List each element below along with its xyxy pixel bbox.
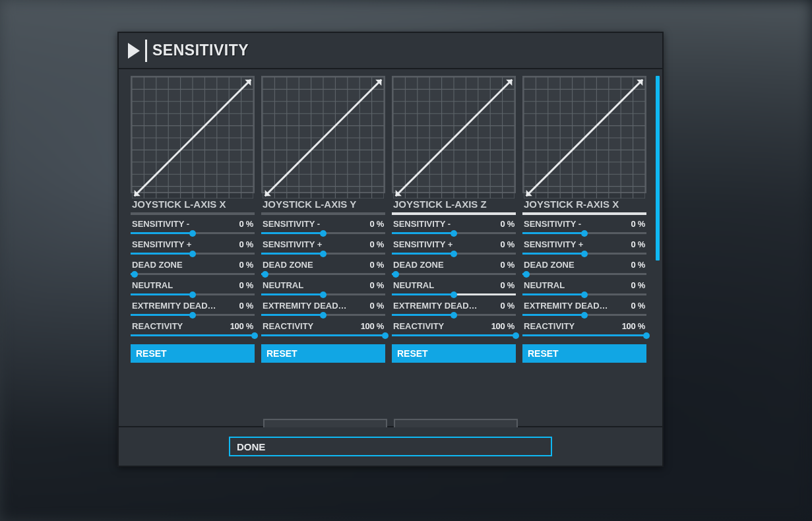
slider-label: REACTIVITY — [524, 321, 575, 331]
done-button[interactable]: DONE — [229, 437, 552, 456]
vertical-scrollbar[interactable] — [656, 76, 660, 260]
slider-ext-dead[interactable]: EXTREMITY DEAD…0 % — [392, 301, 516, 319]
slider-track[interactable] — [392, 271, 516, 278]
slider-thumb[interactable] — [320, 230, 327, 237]
slider-ext-dead[interactable]: EXTREMITY DEAD…0 % — [131, 301, 255, 319]
slider-thumb[interactable] — [581, 230, 588, 237]
slider-track[interactable] — [131, 271, 255, 278]
slider-neutral[interactable]: NEUTRAL0 % — [522, 280, 646, 298]
slider-value: 0 % — [239, 239, 253, 249]
slider-value: 0 % — [631, 280, 645, 290]
slider-thumb[interactable] — [131, 271, 138, 278]
title-underline — [392, 212, 516, 215]
slider-neutral[interactable]: NEUTRAL0 % — [392, 280, 516, 298]
slider-track[interactable] — [131, 332, 255, 339]
window-footer: DONE — [119, 426, 662, 466]
slider-ext-dead[interactable]: EXTREMITY DEAD…0 % — [261, 301, 385, 319]
slider-track[interactable] — [131, 251, 255, 257]
slider-thumb[interactable] — [581, 312, 588, 319]
slider-track[interactable] — [522, 291, 646, 298]
reset-button[interactable]: RESET — [392, 344, 516, 363]
slider-reactivity[interactable]: REACTIVITY100 % — [261, 321, 385, 339]
slider-thumb[interactable] — [581, 251, 588, 257]
slider-thumb[interactable] — [189, 251, 196, 257]
slider-thumb[interactable] — [451, 230, 457, 237]
slider-track[interactable] — [131, 230, 255, 237]
slider-thumb[interactable] — [189, 312, 196, 319]
slider-thumb[interactable] — [189, 230, 196, 237]
slider-thumb[interactable] — [382, 332, 389, 339]
slider-track[interactable] — [261, 332, 385, 339]
slider-label: REACTIVITY — [393, 321, 444, 331]
slider-label: EXTREMITY DEAD… — [393, 301, 478, 311]
slider-track[interactable] — [261, 291, 385, 298]
slider-track[interactable] — [522, 312, 646, 319]
reset-button[interactable]: RESET — [131, 344, 255, 363]
title-underline — [261, 212, 385, 215]
slider-sens-minus[interactable]: SENSITIVITY -0 % — [261, 219, 385, 237]
slider-sens-plus[interactable]: SENSITIVITY +0 % — [392, 239, 516, 257]
slider-thumb[interactable] — [523, 271, 530, 278]
axis-panel: JOYSTICK R-AXIS XSENSITIVITY -0 % SENSIT… — [522, 76, 646, 426]
slider-neutral[interactable]: NEUTRAL0 % — [261, 280, 385, 298]
slider-track[interactable] — [392, 251, 516, 257]
slider-track[interactable] — [261, 312, 385, 319]
slider-thumb[interactable] — [320, 291, 327, 298]
slider-dead-zone[interactable]: DEAD ZONE0 % — [522, 260, 646, 278]
slider-track[interactable] — [261, 271, 385, 278]
reset-label: RESET — [528, 348, 559, 359]
slider-track[interactable] — [392, 230, 516, 237]
slider-sens-plus[interactable]: SENSITIVITY +0 % — [522, 239, 646, 257]
slider-label: NEUTRAL — [263, 280, 303, 290]
slider-track[interactable] — [261, 251, 385, 257]
slider-track[interactable] — [522, 230, 646, 237]
slider-thumb[interactable] — [581, 291, 588, 298]
slider-label: SENSITIVITY - — [132, 219, 189, 229]
slider-thumb[interactable] — [513, 332, 519, 339]
slider-dead-zone[interactable]: DEAD ZONE0 % — [131, 260, 255, 278]
slider-thumb[interactable] — [451, 291, 457, 298]
slider-thumb[interactable] — [451, 312, 457, 319]
reset-button[interactable]: RESET — [261, 344, 385, 363]
slider-track[interactable] — [392, 332, 516, 339]
slider-sens-minus[interactable]: SENSITIVITY -0 % — [392, 219, 516, 237]
slider-sens-plus[interactable]: SENSITIVITY +0 % — [261, 239, 385, 257]
done-label: DONE — [237, 441, 265, 452]
slider-dead-zone[interactable]: DEAD ZONE0 % — [392, 260, 516, 278]
slider-label: SENSITIVITY - — [393, 219, 451, 229]
slider-thumb[interactable] — [320, 312, 327, 319]
slider-thumb[interactable] — [189, 291, 196, 298]
slider-track[interactable] — [522, 332, 646, 339]
slider-ext-dead[interactable]: EXTREMITY DEAD…0 % — [522, 301, 646, 319]
slider-track[interactable] — [131, 291, 255, 298]
slider-sens-plus[interactable]: SENSITIVITY +0 % — [131, 239, 255, 257]
slider-reactivity[interactable]: REACTIVITY100 % — [131, 321, 255, 339]
reset-button[interactable]: RESET — [522, 344, 646, 363]
slider-track[interactable] — [261, 230, 385, 237]
slider-track[interactable] — [522, 271, 646, 278]
slider-track[interactable] — [392, 312, 516, 319]
slider-neutral[interactable]: NEUTRAL0 % — [131, 280, 255, 298]
slider-thumb[interactable] — [262, 271, 268, 278]
slider-track[interactable] — [392, 291, 516, 298]
slider-reactivity[interactable]: REACTIVITY100 % — [522, 321, 646, 339]
slider-sens-minus[interactable]: SENSITIVITY -0 % — [131, 219, 255, 237]
slider-value: 0 % — [239, 301, 253, 311]
slider-dead-zone[interactable]: DEAD ZONE0 % — [261, 260, 385, 278]
slider-thumb[interactable] — [251, 332, 258, 339]
slider-value: 0 % — [369, 239, 384, 249]
slider-label: REACTIVITY — [132, 321, 183, 331]
slider-track[interactable] — [522, 251, 646, 257]
slider-sens-minus[interactable]: SENSITIVITY -0 % — [522, 219, 646, 237]
slider-track[interactable] — [131, 312, 255, 319]
axis-title: JOYSTICK R-AXIS X — [522, 197, 646, 212]
slider-value: 0 % — [631, 301, 645, 311]
slider-thumb[interactable] — [392, 271, 399, 278]
slider-reactivity[interactable]: REACTIVITY100 % — [392, 321, 516, 339]
slider-thumb[interactable] — [451, 251, 457, 257]
slider-value: 100 % — [361, 321, 384, 331]
slider-label: EXTREMITY DEAD… — [263, 301, 347, 311]
slider-label: NEUTRAL — [393, 280, 434, 290]
slider-thumb[interactable] — [643, 332, 650, 339]
slider-thumb[interactable] — [320, 251, 327, 257]
